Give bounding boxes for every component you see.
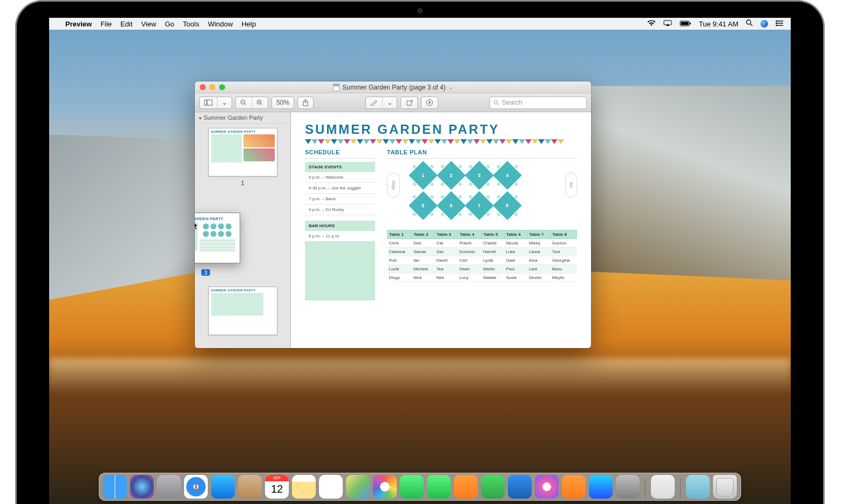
guest-cell: Nick [412,274,435,282]
svg-rect-2 [681,22,688,25]
guest-cell: Samar [412,248,435,256]
svg-line-5 [750,24,752,26]
doc-title: SUMMER GARDEN PARTY [305,122,577,137]
bar-hours-value: 6 p.m. – 11 p.m. [305,231,375,241]
title-dropdown-icon[interactable]: ⌄ [449,84,453,90]
battery-icon[interactable] [680,20,691,28]
zoom-in-button[interactable] [252,97,268,108]
dock-facetime-icon[interactable] [427,475,451,499]
guest-table-header: Table 2 [412,230,435,239]
schedule-event: 6 p.m. – Welcome [305,172,375,183]
dock-siri-icon[interactable] [130,475,154,499]
thumbnail-label-1: 1 [205,180,281,186]
guest-cell: Dee [412,239,435,248]
dining-table: 8 [493,191,522,220]
menu-help[interactable]: Help [241,20,256,28]
siri-icon[interactable] [760,20,768,28]
document-proxy-icon[interactable] [333,84,339,91]
dining-table: 1 [409,161,438,190]
guest-cell: Mikey [527,239,551,248]
notification-center-icon[interactable] [776,20,783,28]
dock-pages-icon[interactable] [454,475,478,499]
dock-launchpad-icon[interactable] [157,475,181,499]
markup-button[interactable] [421,97,438,109]
dock-downloads-icon[interactable] [686,475,710,499]
schedule-event: 6:30 p.m. – Joe the Juggler [305,183,375,194]
dock-preview-icon[interactable] [651,475,675,499]
thumbnail-drag-badge: 3 [201,269,210,276]
app-name-menu[interactable]: Preview [65,20,92,28]
rotate-button[interactable] [400,97,418,109]
dock-keynote-icon[interactable] [508,475,532,499]
dock-photos-icon[interactable] [373,475,397,499]
menu-go[interactable]: Go [165,20,174,28]
share-button[interactable] [297,97,314,109]
dock-notes-icon[interactable] [292,475,316,499]
guest-cell: Dexter [527,274,551,282]
dock-reminders-icon[interactable] [319,475,343,499]
highlight-dropdown[interactable]: ⌄ [383,97,397,108]
guest-cell: Gael [504,256,527,265]
search-field[interactable]: Search [490,97,587,109]
guest-cell: Georgina [551,256,577,265]
sidebar-document-title[interactable]: Summer Garden Party [195,112,290,124]
dock-system-preferences-icon[interactable] [616,475,640,499]
toolbar: ⌄ 50% ⌄ Search [195,93,591,112]
bar-shape: Bar [565,173,577,197]
dock-numbers-icon[interactable] [481,475,505,499]
highlight-button[interactable] [366,97,383,108]
menu-tools[interactable]: Tools [183,20,199,28]
menu-window[interactable]: Window [208,20,233,28]
dining-table: 3 [465,161,494,190]
svg-point-11 [776,24,777,25]
guest-cell: Aixa [527,256,551,265]
schedule-event: 9 p.m. – DJ Rocky [305,205,375,215]
spotlight-icon[interactable] [746,19,753,28]
schedule-heading: SCHEDULE [305,149,375,155]
menu-edit[interactable]: Edit [120,20,132,28]
window-title[interactable]: Summer Garden Party (page 3 of 4) ⌄ [195,84,591,91]
dock-appstore-icon[interactable] [589,475,613,499]
guest-table-header: Table 8 [551,230,577,239]
dock-maps-icon[interactable] [346,475,370,499]
bunting-decoration [305,139,577,145]
guest-cell: Dean [458,265,481,274]
guest-table-header: Table 7 [527,230,551,239]
titlebar[interactable]: Summer Garden Party (page 3 of 4) ⌄ [195,81,591,93]
menu-file[interactable]: File [100,20,112,28]
wifi-icon[interactable] [647,20,656,28]
laptop-frame: Preview File Edit View Go Tools Window H… [15,0,825,504]
guest-cell: Lani [527,265,551,274]
guest-cell: Gordon [551,239,577,248]
dock-messages-icon[interactable] [400,475,424,499]
dock-trash-icon[interactable] [713,475,737,499]
document-page[interactable]: SUMMER GARDEN PARTY SCHEDULE STAGE EVENT… [291,112,591,348]
guest-cell: Charlie [481,239,505,248]
guest-cell: Harriet [481,248,505,256]
thumbnail-page-4[interactable]: SUMMER GARDEN PARTY [208,287,277,335]
dock-contacts-icon[interactable] [238,475,262,499]
airplay-icon[interactable] [663,20,672,28]
guest-cell: Diogo [388,274,412,282]
menu-view[interactable]: View [141,20,157,28]
thumbnail-page-3-dragging[interactable]: SUMMER GARDEN PARTY [195,213,240,263]
preview-window: Summer Garden Party (page 3 of 4) ⌄ ⌄ 50… [195,81,591,348]
zoom-out-button[interactable] [236,97,252,108]
dining-table: 4 [493,161,522,190]
clock[interactable]: Tue 9:41 AM [699,20,738,28]
guest-cell: Ceri [458,256,481,265]
guest-cell: Catarina [388,248,412,256]
dock-calendar-icon[interactable]: SEP12 [265,475,289,499]
dock-ibooks-icon[interactable] [562,475,586,499]
dock-itunes-icon[interactable] [535,475,559,499]
dock-safari-icon[interactable] [184,475,208,499]
dock-mail-icon[interactable] [211,475,235,499]
thumbnail-page-1[interactable]: SUMMER GARDEN PARTY [208,128,277,176]
guest-cell: Tore [551,248,577,256]
view-mode-button[interactable]: ⌄ [199,97,232,109]
zoom-level[interactable]: 50% [271,97,294,109]
dock-separator [680,478,681,499]
guest-cell: Chris [388,239,412,248]
guest-cell: Tea [435,265,458,274]
dock-finder-icon[interactable] [103,475,127,499]
